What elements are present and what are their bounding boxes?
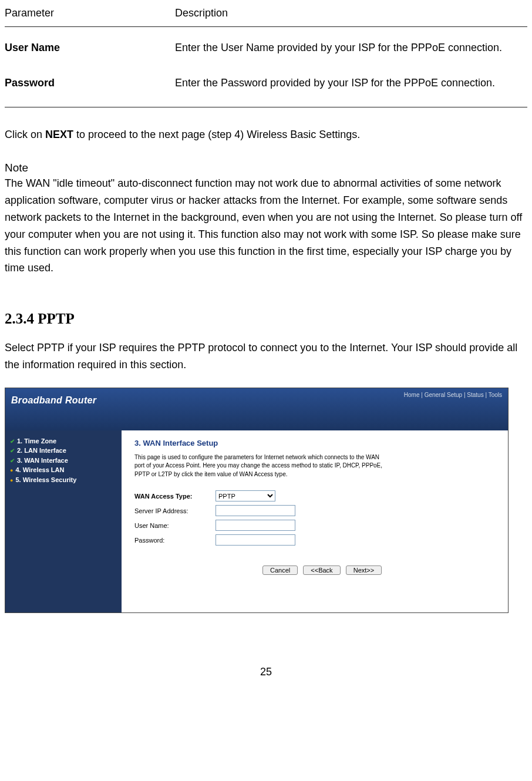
router-main-title: 3. WAN Interface Setup — [134, 439, 496, 447]
sidebar-item-time-zone[interactable]: ✔1. Time Zone — [10, 436, 117, 446]
sidebar-item-wireless-security[interactable]: ●5. Wireless Security — [10, 475, 117, 485]
router-main-desc: This page is used to configure the param… — [134, 453, 387, 479]
check-icon: ✔ — [10, 438, 15, 445]
button-row: Cancel <<Back Next>> — [262, 565, 496, 575]
router-top-links: Home | General Setup | Status | Tools — [404, 392, 502, 398]
param-desc: Enter the Password provided by your ISP … — [175, 62, 527, 107]
user-name-label: User Name: — [134, 522, 216, 529]
wan-access-type-select[interactable]: PPTP — [216, 490, 275, 501]
sidebar-item-wireless-lan[interactable]: ●4. Wireless LAN — [10, 465, 117, 475]
router-main: 3. WAN Interface Setup This page is used… — [122, 430, 508, 612]
server-ip-input[interactable] — [216, 505, 295, 516]
click-next-paragraph: Click on NEXT to proceed to the next pag… — [5, 125, 527, 144]
table-row: Password Enter the Password provided by … — [5, 62, 527, 107]
top-link-tools[interactable]: Tools — [489, 392, 502, 398]
router-sidebar: ✔1. Time Zone ✔2. LAN Interface ✔3. WAN … — [5, 430, 122, 612]
col-header-description: Description — [175, 5, 527, 27]
server-ip-row: Server IP Address: — [134, 505, 496, 516]
note-body: The WAN "idle timeout" auto-disconnect f… — [5, 175, 527, 277]
next-button[interactable]: Next>> — [346, 565, 382, 575]
check-icon: ✔ — [10, 447, 15, 454]
param-name: User Name — [5, 27, 175, 63]
section-intro: Select PPTP if your ISP requires the PPT… — [5, 339, 527, 373]
wan-access-type-label: WAN Access Type: — [134, 493, 216, 500]
bullet-icon: ● — [10, 477, 13, 483]
table-row: User Name Enter the User Name provided b… — [5, 27, 527, 63]
parameter-table: Parameter Description User Name Enter th… — [5, 5, 527, 107]
wan-access-type-row: WAN Access Type: PPTP — [134, 490, 496, 501]
top-link-status[interactable]: Status — [467, 392, 483, 398]
param-desc: Enter the User Name provided by your ISP… — [175, 27, 527, 63]
password-row: Password: — [134, 534, 496, 546]
password-input[interactable] — [216, 534, 295, 546]
sidebar-item-wan-interface[interactable]: ✔3. WAN Interface — [10, 456, 117, 466]
click-next-bold: NEXT — [45, 129, 73, 140]
bullet-icon: ● — [10, 467, 13, 473]
top-link-home[interactable]: Home — [404, 392, 420, 398]
click-next-pre: Click on — [5, 129, 45, 140]
user-name-input[interactable] — [216, 520, 295, 531]
click-next-post: to proceed to the next page (step 4) Wir… — [73, 129, 360, 140]
page-number: 25 — [5, 666, 527, 678]
back-button[interactable]: <<Back — [303, 565, 340, 575]
server-ip-label: Server IP Address: — [134, 507, 216, 514]
check-icon: ✔ — [10, 457, 15, 464]
col-header-parameter: Parameter — [5, 5, 175, 27]
user-name-row: User Name: — [134, 520, 496, 531]
cancel-button[interactable]: Cancel — [262, 565, 298, 575]
section-heading: 2.3.4 PPTP — [5, 311, 527, 327]
top-link-general-setup[interactable]: General Setup — [425, 392, 463, 398]
param-name: Password — [5, 62, 175, 107]
sidebar-item-lan-interface[interactable]: ✔2. LAN Interface — [10, 446, 117, 456]
router-header: Broadband Router Home | General Setup | … — [5, 388, 508, 430]
note-heading: Note — [5, 161, 527, 176]
password-label: Password: — [134, 537, 216, 544]
router-screenshot: Broadband Router Home | General Setup | … — [5, 388, 509, 613]
